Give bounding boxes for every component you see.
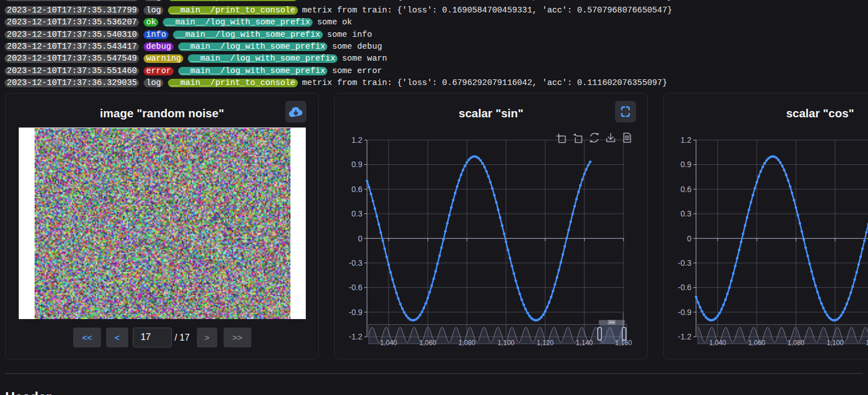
svg-text:1,040: 1,040 [709,339,726,347]
svg-text:1,120: 1,120 [866,339,868,347]
svg-text:1,080: 1,080 [458,339,475,347]
svg-text:1,100: 1,100 [498,339,515,347]
svg-text:0.6: 0.6 [351,185,363,194]
svg-text:1,080: 1,080 [787,339,804,347]
svg-text:1,120: 1,120 [537,339,554,347]
svg-text:1,040: 1,040 [380,339,397,347]
svg-text:0.9: 0.9 [680,160,692,169]
svg-text:-0.3: -0.3 [349,258,363,267]
svg-text:1.2: 1.2 [680,135,692,145]
svg-text:1,160: 1,160 [615,339,632,347]
svg-text:0.3: 0.3 [680,209,692,218]
svg-text:-0.3: -0.3 [678,258,692,267]
svg-text:0.9: 0.9 [351,160,363,169]
svg-text:-1.2: -1.2 [678,332,692,341]
svg-text:0: 0 [358,234,363,243]
svg-text:0.6: 0.6 [680,185,692,194]
svg-text:0.3: 0.3 [351,209,363,218]
svg-text:1,100: 1,100 [827,339,844,347]
svg-text:-0.9: -0.9 [678,308,692,317]
svg-text:1,060: 1,060 [748,339,765,347]
svg-text:-0.6: -0.6 [678,283,692,292]
svg-text:-1.2: -1.2 [349,332,363,341]
svg-text:0: 0 [687,234,692,243]
svg-text:1,140: 1,140 [576,339,593,347]
svg-text:-0.6: -0.6 [349,283,363,292]
svg-text:1.2: 1.2 [351,135,363,145]
svg-text:-0.9: -0.9 [349,308,363,317]
svg-text:1,060: 1,060 [419,339,436,347]
